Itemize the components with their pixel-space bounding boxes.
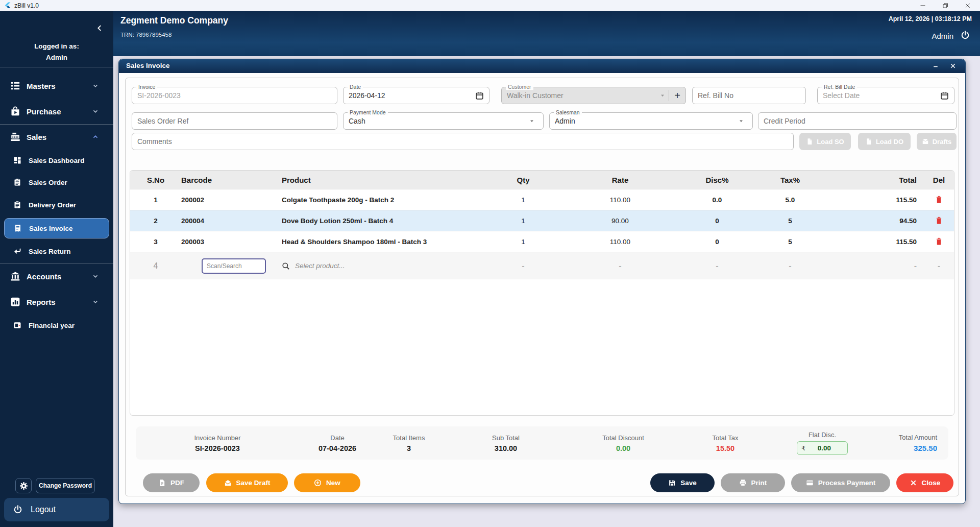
power-icon [13,505,22,514]
table-row[interactable]: 2 200004 Dove Body Lotion 250ml - Batch … [130,210,954,231]
sidebar-item-masters[interactable]: Masters [0,77,113,95]
date-field[interactable]: Date 2026-04-12 [343,87,489,104]
printer-icon [739,479,747,487]
sidebar-item-sales-dashboard[interactable]: Sales Dashboard [0,151,113,170]
header-power-button[interactable] [961,31,972,42]
delete-row-button[interactable] [924,237,954,246]
dropdown-arrow-icon [529,118,535,124]
window-restore-button[interactable] [935,0,955,11]
sidebar-item-label: Sales Dashboard [29,157,85,164]
table-row[interactable]: 1 200002 Colgate Toothpaste 200g - Batch… [130,189,954,210]
os-titlebar: zBill v1.0 [0,0,980,11]
sidebar-item-label: Masters [27,82,56,90]
ref-bill-no-input[interactable] [692,87,806,104]
window-close-button[interactable] [958,0,978,11]
close-label: Close [922,479,941,487]
header-username: Admin [932,32,953,40]
app-header: Zegment Demo Company TRN: 78967895458 Ap… [113,11,980,56]
sidebar-item-sales[interactable]: Sales [0,128,113,146]
chevron-down-icon [92,82,99,89]
col-header-tax: Tax% [753,176,827,184]
sidebar-item-sales-order[interactable]: Sales Order [0,173,113,191]
print-button[interactable]: Print [721,473,785,492]
power-icon [961,31,970,40]
cash-register-icon [10,132,20,142]
print-label: Print [751,479,767,487]
sidebar-item-purchase[interactable]: Purchase [0,102,113,121]
trash-icon [935,217,943,225]
change-password-button[interactable]: Change Password [36,478,95,493]
dropdown-arrow-icon [738,118,744,124]
add-customer-button[interactable]: + [669,90,680,101]
summary-sub-total: Sub Total 310.00 [442,426,570,460]
load-do-label: Load DO [876,138,903,146]
sidebar-collapse-button[interactable] [92,22,107,35]
purchase-bag-icon [10,106,20,116]
drafts-button[interactable]: Drafts [917,133,957,150]
close-button[interactable]: Close [896,473,953,492]
select-product-control[interactable]: Select product... [281,262,487,270]
sidebar-item-delivery-order[interactable]: Delivery Order [0,196,113,214]
sidebar-item-accounts[interactable]: Accounts [0,267,113,285]
flutter-logo-icon [4,2,11,9]
invoice-field-label: Invoice [136,84,157,90]
bar-chart-icon [10,297,20,307]
sales-order-ref-input[interactable] [132,112,337,130]
sidebar-item-label: Financial year [29,322,75,329]
credit-period-input[interactable] [758,112,957,130]
return-arrow-icon [13,247,21,255]
comments-input[interactable] [132,133,794,150]
table-row[interactable]: 3 200003 Head & Shoulders Shampoo 180ml … [130,231,954,252]
save-draft-button[interactable]: Save Draft [206,473,288,492]
calendar-card-icon [13,321,21,329]
process-payment-button[interactable]: Process Payment [791,473,890,492]
sidebar-divider [0,264,113,264]
invoice-field-value: SI-2026-0023 [137,91,332,100]
delete-row-button[interactable] [924,217,954,225]
sidebar-item-financial-year[interactable]: Financial year [0,316,113,334]
settings-button[interactable] [15,478,32,493]
sidebar-item-label: Delivery Order [29,201,76,209]
payment-mode-label: Payment Mode [348,109,388,115]
invoice-summary-bar: Invoice Number SI-2026-0023 Date 07-04-2… [136,426,948,460]
trash-icon [935,196,943,204]
bank-icon [10,271,20,281]
new-button[interactable]: New [294,473,360,492]
salesman-select[interactable]: Salesman Admin [549,112,753,130]
window-minimize-button[interactable] [913,0,933,11]
list-icon [10,81,20,91]
col-header-product: Product [281,176,487,184]
logout-button[interactable]: Logout [4,498,109,521]
new-label: New [326,479,340,487]
pdf-button[interactable]: PDF [143,473,200,492]
load-so-button[interactable]: Load SO [799,133,851,150]
document-icon [806,138,813,145]
sidebar-item-sales-invoice[interactable]: Sales Invoice [4,218,109,238]
payment-mode-select[interactable]: Payment Mode Cash [343,112,544,130]
col-header-total: Total [827,176,924,184]
dashboard-icon [13,156,21,164]
invoice-minimize-button[interactable] [930,61,941,71]
sidebar-divider [0,67,113,67]
drafts-label: Drafts [933,138,952,146]
flat-disc-input[interactable]: ₹ 0.00 [797,441,848,455]
summary-total-tax: Total Tax 15.50 [677,426,774,460]
sales-invoice-window: Sales Invoice Invoice SI-2026-0023 Date … [118,59,966,504]
scan-search-input[interactable] [202,258,266,274]
load-do-button[interactable]: Load DO [858,133,911,150]
save-draft-label: Save Draft [236,479,271,487]
invoice-close-button[interactable] [948,61,958,71]
ref-bill-date-field[interactable]: Ref. Bill Date Select Date [817,87,954,104]
plus-circle-icon [314,479,322,487]
salesman-value: Admin [555,117,738,125]
chevron-down-icon [92,273,99,280]
logged-in-user: Admin [0,52,113,63]
sales-invoice-title: Sales Invoice [126,62,170,69]
sidebar-item-sales-return[interactable]: Sales Return [0,242,113,260]
save-button[interactable]: Save [650,473,715,492]
delete-row-button[interactable] [924,196,954,204]
sidebar-item-label: Sales Order [29,179,67,186]
entry-row-number: 4 [130,261,181,271]
floppy-icon [668,479,676,487]
sidebar-item-reports[interactable]: Reports [0,293,113,311]
